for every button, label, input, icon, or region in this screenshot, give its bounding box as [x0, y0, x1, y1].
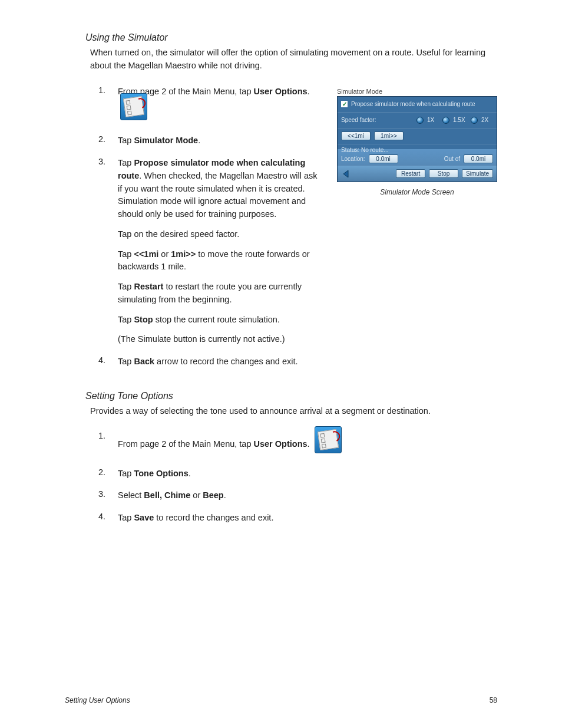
sim-propose-label: Propose simulator mode when calculating …: [351, 101, 475, 107]
sim-restart-btn: Restart: [396, 169, 425, 178]
text: .: [308, 87, 310, 96]
sub-para: Tap Stop stop the current route simulati…: [118, 314, 320, 327]
section-heading-simulator: Using the Simulator: [85, 32, 497, 43]
section-heading-tone: Setting Tone Options: [85, 391, 497, 401]
sub-para: (The Simulate button is currently not ac…: [118, 333, 320, 346]
sim-outof-label: Out of: [444, 156, 460, 162]
sim-caption: Simulator Mode Screen: [337, 188, 497, 196]
sim-status: Status: No route...: [341, 147, 493, 153]
sim-speed-1x: 1X: [427, 117, 439, 123]
bold: Back: [134, 357, 154, 366]
step-number: 1.: [85, 85, 118, 95]
text: Select: [118, 490, 144, 500]
sim-screen: ✓ Propose simulator mode when calculatin…: [337, 96, 497, 182]
user-options-icon: [120, 93, 147, 120]
bold: Stop: [134, 315, 153, 324]
bold: Bell, Chime: [144, 490, 190, 500]
step-number: 2.: [85, 467, 118, 477]
sim-speed-2x: 2X: [481, 117, 493, 123]
sim-stop-btn: Stop: [429, 169, 458, 178]
intro-tone: Provides a way of selecting the tone use…: [90, 405, 497, 418]
text: Tap: [118, 469, 134, 478]
step-text: Select Bell, Chime or Beep.: [118, 489, 497, 502]
sub-para: Tap Restart to restart the route you are…: [118, 281, 320, 307]
bold: <<1mi: [134, 249, 158, 259]
bold: 1mi>>: [171, 249, 196, 259]
step-number: 2.: [85, 134, 118, 144]
text: Tap: [118, 158, 134, 167]
step-text: From page 2 of the Main Menu, tap User O…: [118, 85, 325, 126]
bold: User Options: [254, 87, 308, 96]
text: Tap: [118, 357, 134, 366]
text: . When checked, the Magellan Maestro wil…: [118, 171, 317, 219]
intro-simulator: When turned on, the simulator will offer…: [90, 47, 497, 73]
step-text: Tap Back arrow to record the changes and…: [118, 355, 497, 368]
step-text: Tap Propose simulator mode when calculat…: [118, 157, 325, 346]
text: From page 2 of the Main Menu, tap: [118, 439, 254, 448]
bold: User Options: [254, 439, 308, 448]
text: Tap: [118, 315, 134, 324]
text: Tap: [118, 136, 134, 145]
text: or: [190, 490, 203, 500]
sim-total-val: 0.0mi: [464, 154, 493, 163]
sim-location-label: Location:: [341, 156, 365, 162]
sub-para: Tap on the desired speed factor.: [118, 228, 320, 241]
step-number: 1.: [85, 431, 118, 440]
step-text: Tap Simulator Mode.: [118, 134, 325, 147]
sim-location-val: 0.0mi: [369, 154, 398, 163]
text: or: [158, 249, 171, 259]
back-arrow-icon: [341, 169, 352, 179]
text: Tap: [118, 513, 134, 522]
user-options-icon: [315, 426, 342, 453]
page-number: 58: [490, 696, 497, 704]
sim-window-title: Simulator Mode: [337, 88, 497, 95]
step-text: From page 2 of the Main Menu, tap User O…: [118, 431, 497, 458]
sub-para: Tap <<1mi or 1mi>> to move the route for…: [118, 248, 320, 274]
sim-back-1mi: <<1mi: [341, 131, 371, 140]
bold: Beep: [203, 490, 223, 500]
bold: Tone Options: [134, 469, 188, 478]
sim-fwd-1mi: 1mi>>: [374, 131, 404, 140]
bold: Save: [134, 513, 154, 522]
text: .: [308, 439, 310, 448]
simulator-figure: Simulator Mode ✓ Propose simulator mode …: [337, 88, 497, 196]
text: .: [224, 490, 226, 500]
text: .: [198, 136, 200, 145]
text: Tap: [118, 249, 134, 259]
footer-section: Setting User Options: [65, 696, 130, 704]
text: .: [189, 469, 191, 478]
sim-speed-15x: 1.5X: [453, 117, 467, 123]
step-number: 4.: [85, 512, 118, 521]
step-number: 4.: [85, 355, 118, 365]
bold: Restart: [134, 282, 163, 291]
radio-icon: [442, 117, 449, 124]
radio-icon: [471, 117, 478, 124]
text: stop the current route simulation.: [153, 315, 280, 324]
bold: Simulator Mode: [134, 136, 198, 145]
svg-marker-0: [343, 170, 348, 177]
text: Tap: [118, 282, 134, 291]
sim-simulate-btn: Simulate: [462, 169, 493, 178]
step-text: Tap Save to record the changes and exit.: [118, 512, 497, 525]
checkbox-icon: ✓: [341, 101, 348, 107]
step-number: 3.: [85, 489, 118, 499]
step-text: Tap Tone Options.: [118, 467, 497, 480]
radio-icon: [416, 117, 424, 124]
sim-speed-label: Speed factor:: [341, 117, 376, 123]
step-number: 3.: [85, 157, 118, 166]
text: to record the changes and exit.: [154, 513, 273, 522]
text: arrow to record the changes and exit.: [154, 357, 297, 366]
